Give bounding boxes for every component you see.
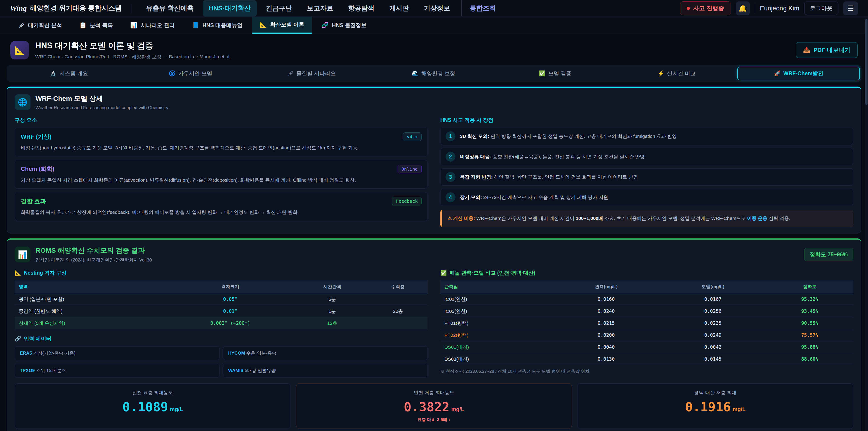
component-desc: 비정수압(non-hydrostatic) 중규모 기상 모델. 3차원 바람장… — [21, 144, 422, 152]
theory-tab-strip: 🔬 시스템 개요 🌀 가우시안 모델 🖊 물질별 시나리오 🌊 해양환경 보정 … — [7, 65, 861, 82]
stat-incheon-bottom: 인천 저층 최대농도 0.3822mg/L 표층 대비 3.5배 ↑ — [296, 383, 572, 429]
page-title: HNS 대기확산 모델 이론 및 검증 — [35, 40, 230, 51]
globe-icon: 🌐 — [15, 94, 31, 110]
concentration-stats: 인천 표층 최대농도 0.1089mg/L 인천 저층 최대농도 0.3822m… — [15, 383, 853, 429]
chart-icon: 📊 — [15, 247, 31, 263]
tab-substance-scenarios[interactable]: 🖊 물질별 시나리오 — [251, 67, 373, 80]
subtab-scenario-management[interactable]: 📊 시나리오 관리 — [123, 17, 182, 34]
nav-weather[interactable]: 기상정보 — [418, 0, 456, 17]
pdf-export-button[interactable]: 📤 PDF 내보내기 — [796, 42, 858, 58]
triangle-ruler-icon: 📐 — [15, 270, 21, 276]
subtab-diffusion-analysis[interactable]: 🖊 대기확산 분석 — [11, 17, 70, 34]
dual-operation-link[interactable]: 이중 운용 — [747, 216, 767, 221]
nav-hns-diffusion[interactable]: HNS·대기확산 — [203, 0, 257, 17]
subtab-hns-substance-info[interactable]: 🧬 HNS 물질정보 — [314, 17, 374, 34]
nav-integrated-search[interactable]: 통합조회 — [461, 0, 502, 17]
nesting-grid-table: 영역 격자크기 시간간격 수직층 광역 (일본·대만 포함) 0.05° 5분 … — [15, 280, 428, 329]
subtab-hns-manual[interactable]: 📘 HNS 대응매뉴얼 — [184, 17, 250, 34]
input-wamis: WAMIS 5대강 일별유량 — [223, 364, 428, 377]
incident-status-badge[interactable]: 사고 진행중 — [680, 1, 731, 15]
tab-gaussian-model[interactable]: 🌀 가우시안 모델 — [130, 67, 251, 80]
advantage-item: 3 복잡 지형 반영: 해안 절벽, 항만 구조물, 인접 도시의 건물 효과를… — [440, 168, 853, 186]
wrf-advantages-column: HNS 사고 적용 시 장점 1 3D 확산 모의: 연직 방향 확산까지 포함… — [440, 116, 853, 227]
stat-pyeongtaek-daesan-bottom: 평택·대산 저층 최대 0.1916mg/L — [577, 383, 853, 429]
table-row: 광역 (일본·대만 포함) 0.05° 5분 — [15, 293, 428, 305]
component-chem: Chem (화학) Online 기상 모델과 동일한 시간 스텝에서 화학종의… — [15, 160, 428, 189]
wrf-card-title: WRF-Chem 모델 상세 — [35, 94, 168, 103]
component-coupling: 결합 효과 Feedback 화학물질의 복사 효과가 기상장에 되먹임(fee… — [15, 192, 428, 221]
nav-aerial-search[interactable]: 항공탐색 — [342, 0, 380, 17]
incident-dot-icon — [687, 7, 690, 10]
subtab-model-theory[interactable]: 📐 확산모델 이론 — [252, 17, 312, 34]
nesting-column: 📐 Nesting 격자 구성 영역 격자크기 시간간격 수직층 광역 (일본·… — [15, 269, 428, 377]
components-heading: 구성 요소 — [15, 117, 428, 124]
roms-validation-card: 📊 ROMS 해양확산 수치모의 검증 결과 김창겸·이문진 외 (2024),… — [7, 239, 861, 431]
phenol-compare-column: ✅ 페놀 관측·모델 비교 (인천·평택·대산) 관측점 관측(mg/L) 모델… — [440, 269, 853, 377]
table-row: PT01(평택) 0.0215 0.0235 90.55% — [440, 317, 853, 329]
component-title: Chem (화학) — [21, 165, 55, 173]
tab-system-overview[interactable]: 🔬 시스템 개요 — [8, 67, 130, 80]
page-titles: HNS 대기확산 모델 이론 및 검증 WRF-Chem · Gaussian … — [35, 40, 230, 60]
advantages-heading: HNS 사고 적용 시 장점 — [440, 117, 853, 124]
table-row: DS01(대산) 0.0040 0.0042 95.88% — [440, 341, 853, 353]
logout-button[interactable]: 로그아웃 — [804, 2, 838, 15]
input-tpxo9: TPXO9 조위 15개 분조 — [15, 364, 219, 377]
page-subtitle: WRF-Chem · Gaussian Plume/Puff · ROMS · … — [35, 54, 230, 60]
wrf-columns: 구성 요소 WRF (기상) v4.x 비정수압(non-hydrostatic… — [15, 116, 853, 227]
cyclone-icon: 🌀 — [168, 70, 176, 76]
topbar: Wing 해양환경 위기대응 통합시스템 유출유 확산예측 HNS·대기확산 긴… — [0, 0, 868, 17]
lightning-icon: ⚡ — [657, 70, 664, 76]
tab-realtime-compare[interactable]: ⚡ 실시간 비교 — [616, 67, 738, 80]
tab-marine-correction[interactable]: 🌊 해양환경 보정 — [373, 67, 494, 80]
nav-reports[interactable]: 보고자료 — [301, 0, 339, 17]
wrf-card-subtitle: Weather Research and Forecasting model c… — [35, 105, 168, 110]
hamburger-icon: ☰ — [847, 4, 854, 13]
export-icon: 📤 — [803, 47, 810, 54]
nav-board[interactable]: 게시판 — [383, 0, 415, 17]
wrf-components-column: 구성 요소 WRF (기상) v4.x 비정수압(non-hydrostatic… — [15, 116, 428, 227]
stat-incheon-surface: 인천 표층 최대농도 0.1089mg/L — [15, 383, 291, 429]
link-icon: 🔗 — [15, 336, 21, 342]
hamburger-menu-button[interactable]: ☰ — [843, 1, 858, 16]
logo-wave-mark: Wing — [10, 4, 27, 13]
input-data-grid: ERA5 기상(기압·풍속·기온) HYCOM 수온·염분·유속 TPXO9 조… — [15, 346, 428, 377]
tab-wrf-chem-advanced[interactable]: 🚀 WRF-Chem발전 — [737, 67, 860, 80]
input-hycom: HYCOM 수온·염분·유속 — [223, 346, 428, 360]
bell-icon: 🔔 — [739, 4, 747, 12]
subtab-analysis-list[interactable]: 📋 분석 목록 — [72, 17, 121, 34]
table-row: 중간역 (한반도 해역) 0.01° 1분 20층 — [15, 305, 428, 317]
number-badge: 2 — [445, 152, 456, 162]
page-scrollbar[interactable] — [865, 17, 868, 431]
number-badge: 1 — [445, 131, 456, 141]
notification-bell-button[interactable]: 🔔 — [736, 1, 750, 16]
triangle-ruler-icon: 📐 — [260, 21, 267, 28]
number-badge: 3 — [445, 172, 456, 182]
tab-model-validation[interactable]: ✅ 모델 검증 — [494, 67, 616, 80]
book-icon: 📘 — [192, 22, 199, 29]
clipboard-icon: 📋 — [79, 22, 87, 29]
advantage-item: 1 3D 확산 모의: 연직 방향 확산까지 포함한 정밀 농도장 계산. 고층… — [440, 128, 853, 145]
table-row: IC03(인천) 0.0240 0.0256 93.45% — [440, 305, 853, 317]
table-row: DS03(대산) 0.0130 0.0145 88.60% — [440, 353, 853, 365]
triangle-ruler-icon: 📐 — [14, 45, 25, 55]
number-badge: 4 — [445, 192, 456, 202]
version-badge: v4.x — [403, 132, 422, 141]
survey-note: ※ 현장조사: 2023.06.27~28 / 전체 10개 관측점 모두 모델… — [440, 368, 853, 374]
stat-sub-label: 표층 대비 3.5배 ↑ — [302, 417, 566, 423]
app-title: 해양환경 위기대응 통합시스템 — [30, 4, 122, 13]
app-logo[interactable]: Wing 해양환경 위기대응 통합시스템 — [10, 4, 122, 13]
dna-icon: 🧬 — [321, 22, 329, 29]
nav-oil-spill[interactable]: 유출유 확산예측 — [140, 0, 199, 17]
feedback-badge: Feedback — [392, 197, 422, 206]
divider — [131, 4, 131, 13]
nav-rescue[interactable]: 긴급구난 — [260, 0, 298, 17]
pen-icon: 🖊 — [19, 22, 25, 29]
stat-value: 0.3822 — [404, 399, 450, 414]
topbar-right: 사고 진행중 🔔 Eunjeong Kim 로그아웃 ☰ — [680, 1, 858, 16]
roms-card-header: 📊 ROMS 해양확산 수치모의 검증 결과 김창겸·이문진 외 (2024),… — [15, 246, 853, 263]
component-wrf: WRF (기상) v4.x 비정수압(non-hydrostatic) 중규모 … — [15, 128, 428, 156]
scrollbar-thumb[interactable] — [865, 19, 868, 105]
roms-card-title: ROMS 해양확산 수치모의 검증 결과 — [35, 246, 152, 255]
phenol-compare-table: 관측점 관측(mg/L) 모델(mg/L) 정확도 IC01(인천) 0.016… — [440, 280, 853, 365]
table-row: 상세역 (5개 우심지역) 0.002° (≈200m) 12초 — [15, 317, 428, 329]
